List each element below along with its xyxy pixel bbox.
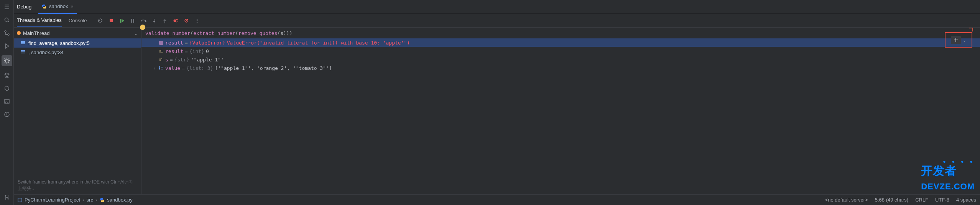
git-icon[interactable]	[3, 193, 11, 201]
stack-frame[interactable]: find_average, sandbox.py:5	[14, 38, 141, 48]
vcs-icon[interactable]	[3, 29, 11, 37]
project-icon	[18, 198, 22, 202]
svg-point-17	[196, 18, 197, 19]
svg-rect-11	[133, 19, 134, 23]
svg-rect-31	[161, 67, 163, 68]
status-cursor-pos[interactable]: 5:68 (49 chars)	[875, 197, 908, 203]
chevron-down-icon[interactable]: ⌄	[134, 30, 138, 36]
debug-label: Debug	[17, 4, 31, 10]
thread-selector[interactable]: MainThread ⌄	[14, 28, 141, 38]
evaluate-expression-input[interactable]: validate_number(extract_number(remove_qu…	[141, 28, 980, 38]
frames-panel: MainThread ⌄ find_average, sandbox.py:5,…	[14, 28, 141, 194]
variable-row[interactable]: result = {ValueError}ValueError("invalid…	[141, 38, 980, 47]
svg-rect-30	[159, 68, 160, 69]
step-into-icon[interactable]	[151, 17, 158, 24]
python-file-icon	[41, 4, 47, 9]
variable-row[interactable]: 01 result = {int}0	[141, 47, 980, 55]
breadcrumb-bar: PyCharmLearningProject › src › sandbox.p…	[14, 194, 980, 205]
debug-panel-tabs: Threads & Variables Console	[14, 14, 980, 28]
tab-label: sandbox	[49, 3, 68, 9]
var-type-icon	[158, 65, 164, 71]
search-icon[interactable]	[3, 16, 11, 24]
svg-rect-8	[110, 19, 113, 22]
step-out-icon[interactable]	[161, 17, 168, 24]
status-encoding[interactable]: UTF-8	[935, 197, 949, 203]
thread-name: MainThread	[23, 30, 49, 36]
layout-settings-icon[interactable]	[969, 28, 973, 31]
svg-rect-33	[18, 198, 22, 202]
python-file-icon	[99, 197, 105, 203]
svg-rect-24	[21, 51, 25, 52]
rerun-icon[interactable]	[97, 17, 104, 24]
breadcrumb-project[interactable]: PyCharmLearningProject	[25, 197, 80, 203]
layers-icon[interactable]	[3, 71, 11, 79]
svg-point-7	[7, 198, 8, 200]
add-watch-button[interactable]	[951, 36, 961, 44]
svg-point-1	[5, 31, 6, 32]
svg-rect-29	[159, 66, 160, 68]
add-watch-highlight: ⌄	[945, 32, 972, 48]
resume-icon[interactable]	[118, 17, 125, 24]
status-indent[interactable]: 4 spaces	[956, 197, 976, 203]
chevron-right-icon: ›	[82, 197, 84, 203]
svg-point-0	[5, 18, 8, 21]
view-breakpoints-icon[interactable]	[172, 17, 179, 24]
step-over-icon[interactable]	[140, 17, 147, 24]
var-type-icon	[158, 40, 164, 45]
stack-frame[interactable]: , sandbox.py:34	[14, 48, 141, 57]
intention-bulb-icon[interactable]	[140, 25, 145, 30]
svg-rect-25	[21, 53, 25, 53]
svg-point-18	[196, 20, 197, 21]
file-tab-sandbox[interactable]: sandbox ×	[38, 0, 77, 14]
svg-rect-9	[120, 19, 121, 23]
svg-point-2	[8, 34, 9, 35]
debug-icon[interactable]	[2, 55, 12, 66]
breadcrumb-file[interactable]: sandbox.py	[107, 197, 133, 203]
svg-text:01: 01	[159, 58, 163, 62]
tab-console[interactable]: Console	[69, 14, 87, 27]
variables-panel: validate_number(extract_number(remove_qu…	[141, 28, 980, 194]
problems-icon[interactable]	[3, 111, 11, 118]
structure-icon[interactable]	[3, 3, 11, 11]
svg-point-3	[5, 59, 8, 62]
svg-point-6	[5, 195, 6, 197]
chevron-right-icon: ›	[95, 197, 97, 203]
var-type-icon: 01	[158, 57, 164, 62]
left-tool-strip	[0, 0, 14, 205]
thread-status-dot	[17, 31, 21, 35]
terminal-icon[interactable]	[3, 98, 11, 105]
svg-rect-32	[161, 69, 163, 69]
expand-icon[interactable]: ›	[152, 65, 157, 71]
frame-icon	[21, 50, 26, 55]
editor-tab-bar: Debug sandbox ×	[14, 0, 980, 14]
svg-rect-21	[21, 42, 25, 43]
svg-rect-10	[131, 19, 132, 23]
hint-text: Switch frames from anywhere in the IDE w…	[14, 177, 141, 194]
pause-icon[interactable]	[129, 17, 136, 24]
breadcrumb-folder[interactable]: src	[87, 197, 93, 203]
services-icon[interactable]	[3, 84, 11, 92]
var-type-icon: 01	[158, 48, 164, 54]
frame-icon	[21, 40, 26, 46]
tab-threads-variables[interactable]: Threads & Variables	[17, 14, 62, 27]
svg-point-19	[196, 21, 197, 22]
more-icon[interactable]	[194, 17, 201, 24]
variable-row[interactable]: 01 s = {str}'"apple 1"'	[141, 55, 980, 64]
svg-rect-20	[21, 41, 25, 42]
svg-point-13	[164, 22, 165, 23]
svg-point-12	[154, 22, 155, 23]
run-icon[interactable]	[3, 42, 11, 50]
mute-breakpoints-icon[interactable]	[183, 17, 190, 24]
status-server[interactable]: <no default server>	[825, 197, 868, 203]
status-line-sep[interactable]: CRLF	[915, 197, 928, 203]
close-icon[interactable]: ×	[70, 3, 74, 10]
variable-row[interactable]: › value = {list: 3}['"apple 1"', 'orange…	[141, 64, 980, 72]
svg-rect-26	[159, 41, 163, 45]
svg-text:01: 01	[159, 50, 163, 53]
stop-icon[interactable]	[108, 17, 115, 24]
chevron-down-icon[interactable]: ⌄	[962, 37, 967, 43]
svg-rect-23	[21, 50, 25, 51]
svg-rect-22	[21, 43, 25, 44]
